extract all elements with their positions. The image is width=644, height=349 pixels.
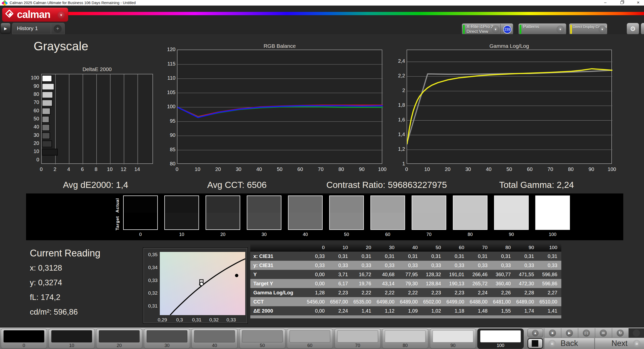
scroll-up-button[interactable]: ▲	[527, 329, 543, 337]
strip-target-half	[206, 213, 240, 229]
pattern-patch-20[interactable]: 20	[96, 329, 142, 349]
pattern-patch-10[interactable]: 10	[49, 329, 95, 349]
add-tab-button[interactable]: +	[54, 25, 62, 33]
table-cell: 1,41	[538, 306, 561, 315]
table-row-label: y: CIE31	[250, 261, 305, 270]
pattern-patch-70[interactable]: 70	[335, 329, 381, 349]
calman-menu-caret-icon[interactable]: ▼	[57, 11, 65, 19]
pattern-patch-60[interactable]: 60	[287, 329, 333, 349]
patterns-caret-icon[interactable]: ▼	[557, 26, 564, 33]
deltae-bar-30	[42, 133, 50, 139]
pattern-patch-100[interactable]: 100	[477, 329, 524, 349]
deltae-xtick: 12	[118, 166, 129, 172]
patch-label: 40	[192, 343, 237, 348]
table-cell: 43,14	[375, 279, 398, 288]
close-button[interactable]: ×	[632, 0, 644, 6]
strip-swatch-40	[288, 195, 323, 230]
reading-circle	[200, 282, 203, 286]
rgb-balance-chart: RGB Balance 1201151101051009590858001020…	[165, 43, 387, 176]
strip-actual-half	[206, 196, 240, 213]
patch-label: 30	[144, 343, 190, 348]
deltae-ytick: 90	[23, 83, 39, 89]
display-control-dropdown[interactable]: Direct Display Control ▼	[569, 23, 607, 35]
strip-swatch-label: 10	[164, 232, 199, 237]
next-button[interactable]: » Next	[595, 338, 644, 349]
continuous-button[interactable]: ∞	[595, 328, 611, 338]
table-cell: 360,77	[492, 270, 515, 279]
strip-actual-half	[536, 196, 569, 213]
table-cell: 0,31	[422, 252, 445, 261]
cie-plot-area	[160, 252, 245, 315]
table-cell: 2,24	[468, 288, 492, 297]
table-cell: 1,12	[375, 306, 398, 315]
table-cell: 0,33	[398, 261, 422, 270]
stop-button[interactable]: ■	[544, 328, 561, 338]
pattern-patch-90[interactable]: 90	[430, 329, 476, 349]
table-cell: 0,31	[398, 252, 422, 261]
play-button[interactable]: ▶	[561, 328, 578, 338]
table-row-label: Y	[250, 270, 305, 279]
pattern-window-button[interactable]	[527, 338, 543, 349]
settings-gear-button[interactable]: ⚙	[627, 23, 639, 35]
repeat-button[interactable]: ↻	[612, 328, 628, 338]
deltae-ytick: 30	[23, 132, 39, 138]
pattern-patch-80[interactable]: 80	[382, 329, 428, 349]
table-cell: 1,55	[492, 306, 515, 315]
patch-label: 50	[239, 343, 285, 348]
pattern-patch-50[interactable]: 50	[239, 329, 285, 349]
strip-swatch-label: 70	[412, 232, 446, 237]
stop-icon: ■	[549, 330, 556, 337]
strip-swatch-100	[535, 195, 570, 230]
tab-history-1[interactable]: History 1	[17, 25, 38, 31]
table-cell: 19,76	[352, 279, 375, 288]
reading-x-value: x: 0,3128	[30, 264, 62, 273]
patch-label: 10	[49, 343, 95, 348]
meter-caret-icon[interactable]: ▼	[492, 26, 499, 33]
gamma-plot-area	[407, 50, 612, 164]
table-scroll-strip[interactable]	[250, 315, 561, 318]
strip-swatch-label: 90	[494, 232, 529, 237]
table-header-cell: 50	[422, 244, 445, 252]
pattern-patch-40[interactable]: 40	[191, 329, 238, 349]
pattern-patch-0[interactable]: 0	[1, 329, 47, 349]
pattern-window-icon	[532, 340, 538, 347]
tab-scroll-button[interactable]: ▶	[1, 23, 11, 34]
table-cell: 596,86	[538, 279, 561, 288]
table-cell: 0,33	[305, 252, 329, 261]
table-header-row: 0102030405060708090100	[250, 244, 561, 252]
patch-swatch	[385, 330, 426, 342]
gamma-wrap-xtick: 10	[421, 166, 433, 172]
gamma-wrap-xtick: 70	[544, 166, 556, 172]
deltae-xtick: 10	[104, 166, 115, 172]
display-control-status-indicator	[570, 25, 572, 34]
table-cell: 2,22	[375, 288, 398, 297]
table-cell: 6535,00	[352, 297, 375, 306]
rgb-wrap-ytick: 115	[165, 61, 175, 67]
collapse-panel-button[interactable]: ◀	[641, 23, 644, 35]
meter-dropdown[interactable]: X-Rite i1Pro 2 Direct View ▼ 239	[462, 23, 513, 35]
deltae-xtick: 4	[63, 166, 74, 172]
pattern-patch-30[interactable]: 30	[144, 329, 190, 349]
step-range-button[interactable]: [··]	[578, 328, 594, 338]
back-button[interactable]: « Back	[544, 338, 594, 349]
patch-label: 100	[478, 343, 523, 348]
table-cell: 2,24	[329, 306, 352, 315]
patch-label: 0	[1, 343, 47, 348]
calman-menu-button[interactable]: calman ▼	[2, 8, 68, 22]
table-row: Y0,003,7116,7240,6877,95128,32191,01266,…	[250, 270, 561, 279]
minimize-button[interactable]: –	[599, 0, 611, 6]
table-cell: 2,22	[352, 288, 375, 297]
restore-button[interactable]	[616, 0, 628, 6]
table-cell: 2,23	[445, 288, 468, 297]
strip-swatch-20	[206, 195, 240, 230]
gamma-wrap-xtick: 0	[401, 166, 413, 172]
deltae-chart-title: DeltaE 2000	[41, 66, 153, 72]
strip-actual-half	[412, 196, 446, 213]
rgb-wrap-ytick: 105	[165, 90, 175, 95]
strip-actual-half	[288, 196, 322, 213]
display-control-caret-icon[interactable]: ▼	[598, 26, 606, 33]
strip-swatch-label: 50	[329, 232, 364, 237]
patterns-dropdown[interactable]: Patterns ▼	[518, 23, 566, 35]
strip-swatch-90	[494, 195, 529, 230]
rgb-wrap-ytick: 90	[165, 132, 175, 138]
